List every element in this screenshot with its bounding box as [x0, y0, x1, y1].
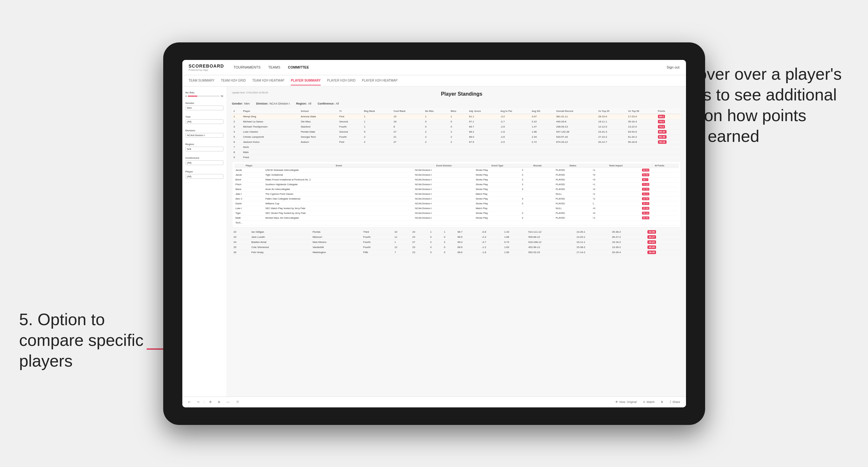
cell-overall: [555, 150, 597, 155]
cell-conf-rank: 8: [392, 124, 424, 129]
cell-points[interactable]: 76.2: [656, 119, 681, 124]
subnav-player-h2h-grid[interactable]: PLAYER H2H GRID: [327, 76, 355, 86]
hover-points-badge[interactable]: 25.98: [642, 207, 650, 210]
hover-points-badge[interactable]: 30.47: [642, 202, 650, 205]
cell-vs-top50: 13-22-0: [626, 124, 656, 129]
nav-tournaments[interactable]: TOURNAMENTS: [234, 64, 261, 70]
cell-wins: 2: [449, 129, 467, 134]
hover-table-row: Alex C Fallen Oak Collegiate Invitationa…: [234, 196, 679, 201]
table-row[interactable]: 3 Michael Thorbjornsen Stanford Fourth 1…: [232, 124, 681, 129]
cell-points[interactable]: 70.2: [656, 124, 681, 129]
points-badge[interactable]: 88.2: [658, 115, 665, 118]
table-row[interactable]: 1 Wenyi Ding Arizona State First 1 15 1 …: [232, 114, 681, 119]
gender-select[interactable]: Men Women: [186, 105, 223, 110]
cell-no-rds: 1: [424, 114, 449, 119]
hover-points-badge[interactable]: 24.11: [642, 192, 650, 195]
hover-points-badge[interactable]: 16.50: [642, 197, 650, 200]
points-badge[interactable]: 68.34: [658, 130, 666, 133]
points-badge[interactable]: 40.02: [647, 240, 656, 244]
lower-table-row[interactable]: 26 Petr Hruby Washington Fifth 7 23 0 0 …: [232, 250, 681, 255]
toolbar-share[interactable]: ⤴ Share: [668, 399, 682, 405]
cell-school: New Mexico: [311, 240, 362, 245]
lower-table-row[interactable]: 22 Ian Gilligan Florida Third 10 24 1 1 …: [232, 229, 681, 235]
cell-points[interactable]: 88.2: [656, 114, 681, 119]
hover-points-badge[interactable]: 60.64: [642, 168, 650, 172]
cell-school: Stanford: [299, 124, 338, 129]
cell-to-par: -1.6: [499, 129, 530, 134]
cell-points[interactable]: 40.58: [646, 229, 681, 235]
points-badge[interactable]: 76.2: [658, 120, 665, 123]
points-badge[interactable]: 38.49: [647, 251, 656, 254]
toolbar-view-original[interactable]: 👁 View: Original: [613, 399, 639, 405]
cell-points[interactable]: 68.34: [656, 129, 681, 134]
subnav-player-summary[interactable]: PLAYER SUMMARY: [291, 76, 321, 86]
sign-out-link[interactable]: Sign out: [666, 65, 679, 69]
cell-conf-rank: 27: [392, 129, 424, 134]
toolbar-undo[interactable]: ↩: [186, 399, 192, 405]
hover-cell-division: NCAA Division I: [414, 216, 474, 220]
points-badge[interactable]: 40.58: [647, 230, 656, 234]
points-badge[interactable]: 60.49: [658, 135, 666, 139]
hover-points-badge[interactable]: 56.18: [642, 212, 650, 215]
cell-points[interactable]: 39.95: [646, 245, 681, 250]
conference-select[interactable]: (All): [186, 160, 223, 165]
table-row[interactable]: 2 Michael La Sasso Ole Miss Second 1 18 …: [232, 119, 681, 124]
subnav-team-summary[interactable]: TEAM SUMMARY: [189, 76, 215, 86]
toolbar-redo[interactable]: ↪: [195, 399, 202, 405]
toolbar-watch[interactable]: ⊙ Watch: [641, 399, 656, 405]
filter-conference-value: All: [336, 102, 339, 105]
division-select[interactable]: NCAA Division I: [186, 133, 223, 138]
dash-icon: —·: [226, 400, 230, 404]
hover-table: Player Event Event Division Event Type R…: [234, 163, 679, 225]
subnav-team-h2h-heatmap[interactable]: TEAM H2H HEATMAP: [252, 76, 284, 86]
lower-table-row[interactable]: 24 Bastien Amat New Mexico Fourth 1 27 2…: [232, 240, 681, 245]
cell-overall: 514-111-12: [527, 229, 575, 235]
cell-to-par: -2.3: [480, 234, 503, 240]
nav-committee[interactable]: COMMITTEE: [288, 64, 309, 70]
subnav-team-h2h-grid[interactable]: TEAM H2H GRID: [221, 76, 246, 86]
toolbar-settings[interactable]: ⚙: [207, 399, 214, 405]
rds-slider[interactable]: [188, 96, 219, 97]
cell-points[interactable]: [656, 150, 681, 155]
cell-points[interactable]: 58.18: [656, 139, 681, 145]
table-row[interactable]: 5 Christo Lamprecht Georgia Tech Fourth …: [232, 134, 681, 139]
hover-points-badge[interactable]: 66.40: [642, 216, 650, 219]
region-select[interactable]: N/A: [186, 147, 223, 151]
hover-points-badge[interactable]: 53.60: [642, 174, 650, 176]
hover-points-badge[interactable]: 37.57: [642, 188, 650, 191]
subnav-player-h2h-heatmap[interactable]: PLAYER H2H HEATMAP: [362, 76, 398, 86]
points-badge[interactable]: 70.2: [658, 125, 665, 128]
cell-points[interactable]: 60.49: [656, 134, 681, 139]
toolbar-clock[interactable]: ⏱: [234, 399, 241, 405]
cell-avg-sg: 1.63: [503, 245, 527, 250]
toolbar-dash[interactable]: —·: [224, 399, 232, 405]
lower-table-row[interactable]: 23 Jack Lundin Missouri Fourth 11 24 0 0…: [232, 234, 681, 240]
cell-points[interactable]: [656, 155, 681, 160]
lower-table-row[interactable]: 25 Cole Sherwood Vanderbilt Fourth 12 23…: [232, 245, 681, 250]
hover-th-points: W Points: [641, 163, 679, 168]
eye-icon: 👁: [615, 400, 618, 404]
points-badge[interactable]: 58.18: [658, 140, 666, 144]
cell-no-rds: 0: [429, 250, 442, 255]
table-row[interactable]: 4 Luke Clanton Florida State Second 5 27…: [232, 129, 681, 134]
cell-points[interactable]: [656, 145, 681, 150]
nav-teams[interactable]: TEAMS: [268, 64, 280, 70]
cell-points[interactable]: 40.27: [646, 234, 681, 240]
cell-points[interactable]: 38.49: [646, 250, 681, 255]
hover-th-rank-impact: Rank Impact: [591, 163, 641, 168]
toolbar-copy[interactable]: ⧉: [216, 399, 222, 405]
table-row[interactable]: 6 Jackson Koivu Auburn First 2 27 2 2 67…: [232, 139, 681, 145]
cell-points[interactable]: 40.02: [646, 240, 681, 245]
hover-points-badge[interactable]: 46.7: [642, 178, 648, 181]
hover-points-badge[interactable]: 73.33: [642, 183, 650, 186]
points-badge[interactable]: 40.27: [647, 235, 656, 239]
points-badge[interactable]: 39.95: [647, 245, 656, 249]
year-select[interactable]: (All): [186, 119, 223, 124]
table-row[interactable]: 7 Nichi: [232, 145, 681, 150]
player-select[interactable]: (All): [186, 174, 223, 179]
cell-no-rds: 0: [429, 234, 442, 240]
table-row[interactable]: 9 Prest: [232, 155, 681, 160]
cell-no-rds: [424, 155, 449, 160]
table-row[interactable]: 8 Mats: [232, 150, 681, 155]
toolbar-download[interactable]: ⬇: [659, 399, 665, 405]
